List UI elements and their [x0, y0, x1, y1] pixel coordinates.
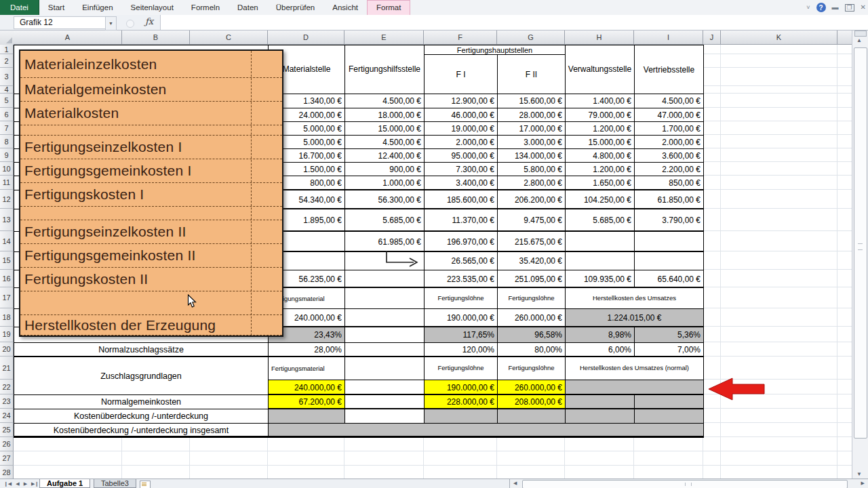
cell-F16[interactable]: 223.535,00 € — [424, 270, 498, 288]
row-header-21[interactable]: 21 — [0, 357, 14, 380]
cell-I23[interactable] — [634, 394, 704, 409]
cell-H14[interactable] — [565, 231, 635, 252]
cell-E16[interactable] — [344, 270, 425, 288]
cell-G21[interactable]: Fertigungslöhne — [497, 357, 566, 380]
vertical-scrollbar[interactable]: ▲ ▼ — [852, 30, 868, 479]
cell-F18[interactable]: 190.000,00 € — [424, 308, 498, 327]
column-header-I[interactable]: I — [634, 30, 703, 45]
column-header-C[interactable]: C — [190, 30, 268, 45]
cell-E9[interactable]: 12.400,00 € — [344, 148, 425, 163]
cell-I1[interactable]: Vertriebsstelle — [634, 45, 704, 94]
cell-F14[interactable]: 196.970,00 € — [424, 231, 498, 252]
row-header-25[interactable]: 25 — [0, 423, 14, 437]
cell-F12[interactable]: 185.600,00 € — [424, 190, 498, 209]
cell-I11[interactable]: 850,00 € — [634, 176, 704, 190]
cell-A20[interactable]: Normalzuschlagssätze — [14, 342, 269, 357]
cell-E23[interactable] — [344, 394, 425, 409]
tab-datei[interactable]: Datei — [0, 0, 39, 15]
cell-I14[interactable] — [634, 231, 704, 252]
cell-G23[interactable]: 208.000,00 € — [497, 394, 566, 409]
row-header-7[interactable]: 7 — [0, 121, 14, 135]
horizontal-scrollbar[interactable]: ◀ ▶ — [509, 479, 868, 488]
cell-H20[interactable]: 6,00% — [565, 342, 635, 357]
first-sheet-icon[interactable]: ❙◀ — [4, 481, 12, 487]
cell-D22[interactable]: 240.000,00 € — [268, 380, 345, 395]
cell-I5[interactable]: 4.500,00 € — [634, 94, 704, 108]
cell-F22[interactable]: 190.000,00 € — [424, 380, 498, 395]
cell-E21[interactable] — [344, 357, 425, 380]
row-header-1[interactable]: 1 — [0, 45, 14, 54]
row-header-15[interactable]: 15 — [0, 251, 14, 270]
tab-ueberpruefen[interactable]: Überprüfen — [267, 0, 324, 15]
cell-F5[interactable]: 12.900,00 € — [424, 94, 498, 108]
row-header-5[interactable]: 5 — [0, 94, 14, 108]
cell-G7[interactable]: 17.000,00 € — [497, 121, 566, 136]
cell-F6[interactable]: 46.000,00 € — [424, 108, 498, 122]
sheet-tab-tabelle3[interactable]: Tabelle3 — [94, 479, 136, 488]
cell-G9[interactable]: 134.000,00 € — [497, 148, 566, 163]
sheet-tab-aufgabe1[interactable]: Aufgabe 1 — [39, 479, 90, 488]
cell-F8[interactable]: 2.000,00 € — [424, 135, 498, 149]
cell-E19[interactable] — [344, 327, 425, 343]
cell-D20[interactable]: 28,00% — [268, 342, 345, 357]
cell-E17[interactable] — [344, 287, 425, 309]
split-handle[interactable] — [854, 30, 867, 37]
cell-I15[interactable] — [634, 251, 704, 270]
cell-I10[interactable]: 2.200,00 € — [634, 162, 704, 176]
cell-H11[interactable]: 1.650,00 € — [565, 176, 635, 190]
formula-input[interactable] — [160, 15, 868, 30]
row-header-26[interactable]: 26 — [0, 437, 14, 451]
row-header-16[interactable]: 16 — [0, 270, 14, 287]
cell-H16[interactable]: 109.935,00 € — [565, 270, 635, 288]
tab-formeln[interactable]: Formeln — [182, 0, 229, 15]
cell-G14[interactable]: 215.675,00 € — [497, 231, 566, 252]
tab-ansicht[interactable]: Ansicht — [323, 0, 367, 15]
cell-F20[interactable]: 120,00% — [424, 342, 498, 357]
name-box[interactable]: Grafik 12 — [14, 16, 111, 29]
row-header-17[interactable]: 17 — [0, 287, 14, 308]
column-header-K[interactable]: K — [721, 30, 837, 45]
cell-E8[interactable]: 4.500,00 € — [344, 135, 425, 149]
cell-F11[interactable]: 3.400,00 € — [424, 176, 498, 190]
cell-H21[interactable]: Herstellkosten des Umsatzes (normal) — [565, 357, 704, 380]
column-header-J[interactable]: J — [703, 30, 721, 45]
cell-G16[interactable]: 251.095,00 € — [497, 270, 566, 288]
cell-H24[interactable] — [565, 409, 635, 424]
row-header-13[interactable]: 13 — [0, 209, 14, 231]
cell-F23[interactable]: 228.000,00 € — [424, 394, 498, 409]
scroll-left-icon[interactable]: ◀ — [513, 481, 517, 486]
cell-F19[interactable]: 117,65% — [424, 327, 498, 343]
cell-H7[interactable]: 1.200,00 € — [565, 121, 635, 136]
cell-F10[interactable]: 7.300,00 € — [424, 162, 498, 176]
cell-E10[interactable]: 900,00 € — [344, 162, 425, 176]
cell-E12[interactable]: 56.300,00 € — [344, 190, 425, 209]
insert-worksheet-icon[interactable] — [140, 481, 151, 488]
cell-A23[interactable]: Normalgemeinkosten — [14, 394, 269, 409]
cell-F1[interactable]: Fertigungshauptstellen — [424, 45, 566, 55]
cell-H8[interactable]: 15.000,00 € — [565, 135, 635, 149]
row-header-8[interactable]: 8 — [0, 135, 14, 148]
sheet-nav-buttons[interactable]: ❙◀ ◀ ▶ ▶❙ — [1, 479, 41, 488]
row-header-14[interactable]: 14 — [0, 231, 14, 251]
cell-E20[interactable] — [344, 342, 425, 357]
horizontal-scroll-thumb[interactable] — [522, 480, 848, 488]
tab-format-context[interactable]: Format — [367, 0, 410, 15]
cell-G24[interactable] — [497, 409, 566, 424]
cell-G18[interactable]: 260.000,00 € — [497, 308, 566, 327]
cell-E13[interactable]: 5.685,00 € — [344, 209, 425, 232]
column-header-A[interactable]: A — [14, 30, 122, 45]
cell-G19[interactable]: 96,58% — [497, 327, 566, 343]
row-header-19[interactable]: 19 — [0, 327, 14, 342]
cell-F15[interactable]: 26.565,00 € — [424, 251, 498, 270]
cell-G12[interactable]: 206.200,00 € — [497, 190, 566, 209]
cell-G15[interactable]: 35.420,00 € — [497, 251, 566, 270]
cell-G17[interactable]: Fertigungslöhne — [497, 287, 566, 309]
next-sheet-icon[interactable]: ▶ — [24, 481, 27, 487]
cell-G20[interactable]: 80,00% — [497, 342, 566, 357]
scroll-down-icon[interactable]: ▼ — [856, 471, 862, 477]
cell-F13[interactable]: 11.370,00 € — [424, 209, 498, 232]
row-header-28[interactable]: 28 — [0, 466, 14, 479]
cell-E18[interactable] — [344, 308, 425, 327]
cell-F24[interactable] — [424, 409, 498, 424]
cell-A21[interactable]: Zuschlagsgrundlagen — [14, 357, 269, 395]
